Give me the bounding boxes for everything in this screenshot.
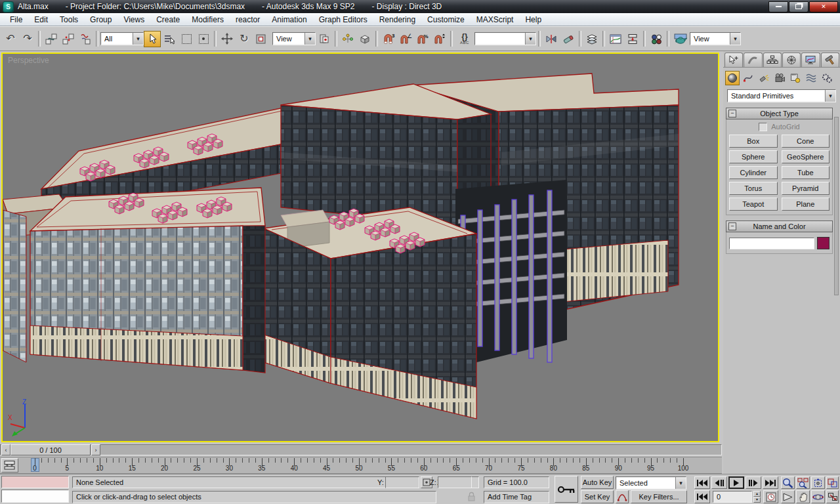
tab-modify[interactable] [744,52,762,67]
go-to-end-button[interactable] [763,476,778,489]
reference-coordinate-dropdown[interactable]: View ▾ [272,32,316,45]
object-type-rollout-header[interactable]: − Object Type [726,108,833,119]
minimize-button[interactable] [768,1,788,12]
previous-frame-button[interactable] [711,476,727,489]
render-type-dropdown[interactable]: View ▾ [690,32,741,45]
undo-button[interactable]: ↶ [2,31,19,47]
object-type-sphere[interactable]: Sphere [729,150,778,163]
select-and-link-button[interactable] [43,31,60,47]
edit-named-selection-sets-button[interactable]: {}ABC [455,31,474,47]
menu-item-maxscript[interactable]: MAXScript [471,14,520,26]
key-mode-dropdown[interactable]: Selected ▾ [616,476,686,490]
time-slider-track[interactable] [0,444,722,455]
schematic-view-button[interactable] [624,31,641,47]
key-mode-toggle-button[interactable] [694,490,710,503]
select-and-move-button[interactable] [219,31,236,47]
spinner-down-icon[interactable]: ▾ [753,497,761,503]
arc-rotate-button[interactable] [811,490,825,503]
spinner-snap-toggle-button[interactable] [431,31,448,47]
category-lights-button[interactable] [757,71,771,85]
rectangular-selection-region-button[interactable] [178,31,195,47]
play-button[interactable] [728,476,744,489]
menu-item-views[interactable]: Views [117,14,150,26]
select-and-scale-button[interactable] [253,31,270,47]
menu-item-create[interactable]: Create [150,14,186,26]
object-type-torus[interactable]: Torus [729,182,778,195]
autogrid-checkbox[interactable] [759,123,767,131]
close-button[interactable]: ✕ [809,1,838,12]
tab-utilities[interactable] [821,52,839,67]
go-to-start-button[interactable] [694,476,710,489]
spinner-up-icon[interactable]: ▴ [753,491,761,497]
frame-back-button[interactable]: ‹ [1,444,10,455]
window-crossing-toggle-button[interactable] [195,31,212,47]
frame-forward-button[interactable]: › [91,444,100,455]
selection-filter-dropdown[interactable]: All ▾ [100,32,144,45]
panel-scrollbar[interactable] [834,117,839,295]
select-by-name-button[interactable] [161,31,178,47]
category-geometry-button[interactable] [725,71,740,85]
pan-button[interactable] [796,490,810,503]
primitive-category-dropdown[interactable]: Standard Primitives ▾ [727,89,836,102]
maxscript-listener-field[interactable] [1,490,69,503]
maximize-viewport-toggle-button[interactable] [826,490,839,503]
use-pivot-point-center-button[interactable] [316,31,333,47]
auto-key-button[interactable]: Auto Key [581,476,614,489]
z-coordinate-field[interactable] [438,476,472,488]
tab-create[interactable] [724,52,743,67]
category-space-warps-button[interactable] [804,71,818,85]
menu-item-reactor[interactable]: reactor [230,14,266,26]
next-frame-button[interactable] [746,476,761,489]
named-selection-set-dropdown[interactable]: ▾ [474,32,536,45]
macro-recorder-field[interactable] [1,476,69,488]
time-slider-handle[interactable]: 0 / 100 [10,444,91,455]
name-color-rollout-header[interactable]: − Name and Color [726,220,833,232]
time-configuration-button[interactable] [763,490,778,503]
select-and-manipulate-button[interactable] [339,31,356,47]
bind-to-space-warp-button[interactable] [77,31,94,47]
align-button[interactable] [560,31,577,47]
menu-item-edit[interactable]: Edit [28,14,54,26]
field-of-view-button[interactable] [781,490,795,503]
object-type-cylinder[interactable]: Cylinder [729,166,778,179]
category-cameras-button[interactable] [772,71,787,85]
layer-manager-button[interactable] [583,31,600,47]
menu-item-graph-editors[interactable]: Graph Editors [313,14,373,26]
redo-button[interactable]: ↷ [19,31,36,47]
material-editor-button[interactable] [648,31,665,47]
percent-snap-toggle-button[interactable]: % [414,31,431,47]
key-filters-button[interactable]: Key Filters... [631,490,687,503]
mirror-button[interactable] [543,31,560,47]
menu-item-tools[interactable]: Tools [54,14,84,26]
menu-item-help[interactable]: Help [519,14,547,26]
object-type-plane[interactable]: Plane [782,198,830,211]
add-time-tag-field[interactable]: Add Time Tag [484,491,549,503]
menu-item-group[interactable]: Group [84,14,117,26]
object-type-pyramid[interactable]: Pyramid [782,182,830,195]
object-type-tube[interactable]: Tube [782,166,830,179]
unlink-selection-button[interactable] [60,31,77,47]
zoom-extents-all-button[interactable] [826,476,839,489]
snap-toggle-3d-button[interactable]: 3 [380,31,397,47]
tab-display[interactable] [801,52,820,67]
viewport-perspective[interactable]: Perspective Z X [1,52,719,442]
category-systems-button[interactable] [820,71,834,85]
select-and-rotate-button[interactable]: ↻ [236,31,253,47]
category-shapes-button[interactable] [741,71,755,85]
angle-snap-toggle-button[interactable]: ∠ [397,31,414,47]
menu-item-animation[interactable]: Animation [266,14,312,26]
object-type-teapot[interactable]: Teapot [729,198,778,211]
render-scene-button[interactable] [671,31,690,47]
current-frame-field[interactable]: 0 [713,491,752,503]
mini-curve-editor-button[interactable] [1,458,18,472]
object-type-cone[interactable]: Cone [782,135,830,148]
object-type-geosphere[interactable]: GeoSphere [782,150,830,163]
y-coordinate-field[interactable] [385,476,419,488]
set-keys-button[interactable] [555,476,578,503]
category-helpers-button[interactable] [788,71,803,85]
frame-spinner[interactable]: ▴ ▾ [753,491,761,503]
keyboard-shortcut-override-button[interactable] [356,31,373,47]
restore-button[interactable] [789,1,808,12]
set-key-button[interactable]: Set Key [581,490,614,503]
zoom-extents-button[interactable] [811,476,825,489]
